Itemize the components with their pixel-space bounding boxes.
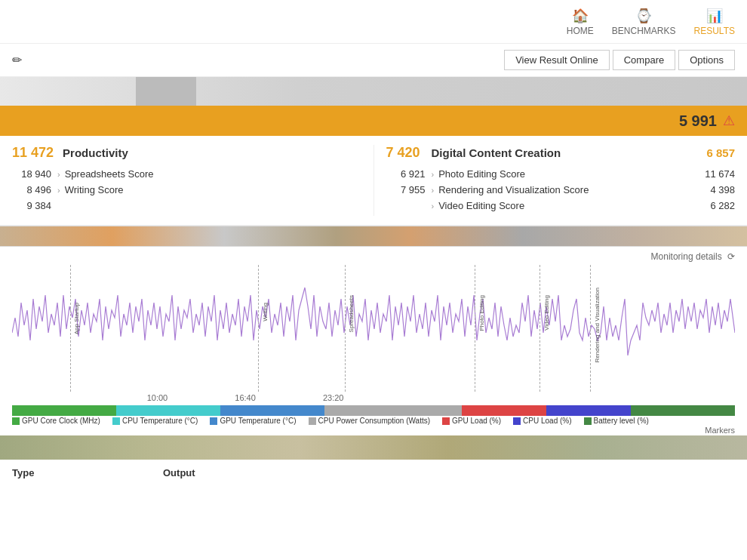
footer-type-header: Type bbox=[12, 467, 163, 478]
monitoring-header: Monitoring details ⟳ bbox=[12, 251, 735, 262]
video-value: 6 282 bbox=[710, 200, 735, 211]
monitoring-header-label[interactable]: Monitoring details bbox=[651, 251, 722, 262]
digital-title: Digital Content Creation bbox=[432, 146, 561, 159]
score-bar: 5 991 ⚠ bbox=[0, 106, 747, 136]
home-icon: 🏠 bbox=[572, 8, 589, 24]
photo-label: Photo Editing Score bbox=[438, 168, 525, 180]
nav-benchmarks[interactable]: ⌚ BENCHMARKS bbox=[612, 8, 676, 36]
photo-number: 6 921 bbox=[386, 168, 426, 180]
edit-icon: ✏ bbox=[12, 53, 22, 67]
chart-container: App Startup Writing Spreadsheets Photo E… bbox=[12, 265, 735, 392]
productivity-header: 11 472 Productivity bbox=[12, 145, 361, 161]
vline-app-startup bbox=[70, 265, 71, 392]
legend-dot-cpu-temp bbox=[112, 417, 120, 425]
nav-results[interactable]: 📊 RESULTS bbox=[694, 8, 735, 36]
video-chevron[interactable]: › bbox=[432, 202, 435, 211]
vline-spreadsheets bbox=[345, 265, 346, 392]
rendering-label: Rendering and Visualization Score bbox=[438, 184, 589, 195]
legend-text-cpu-temp: CPU Temperature (°C) bbox=[122, 417, 198, 425]
vline-label-writing: Writing bbox=[262, 303, 269, 322]
legend-text-gpu-core: GPU Core Clock (MHz) bbox=[22, 417, 100, 425]
spreadsheets-chevron[interactable]: › bbox=[57, 170, 60, 179]
legend-text-cpu-load: CPU Load (%) bbox=[523, 417, 571, 425]
score-row-extra: 9 384 bbox=[12, 200, 361, 211]
legend-battery: Battery level (%) bbox=[584, 417, 649, 425]
monitoring-section: Monitoring details ⟳ App Startup Writing… bbox=[0, 247, 747, 435]
total-score: 5 991 bbox=[679, 112, 717, 130]
legend-cpu-power: CPU Power Consumption (Watts) bbox=[309, 417, 431, 425]
digital-right-score: 6 857 bbox=[706, 146, 735, 159]
vline-writing bbox=[258, 265, 259, 392]
vline-video bbox=[540, 265, 540, 392]
photo-value: 11 674 bbox=[705, 168, 735, 180]
results-icon: 📊 bbox=[706, 8, 723, 24]
benchmarks-icon: ⌚ bbox=[635, 8, 652, 24]
video-label: Video Editing Score bbox=[438, 200, 524, 211]
monitoring-chart bbox=[12, 265, 735, 392]
legend-text-battery: Battery level (%) bbox=[594, 417, 649, 425]
image-strip-top bbox=[0, 77, 747, 106]
legend-cpu-load: CPU Load (%) bbox=[513, 417, 571, 425]
vline-label-video: Video Editing bbox=[543, 295, 550, 331]
legend-dot-cpu-load bbox=[513, 417, 521, 425]
scores-section: 11 472 Productivity 18 940 › Spreadsheet… bbox=[0, 136, 747, 226]
legend-bar-cpu-load bbox=[546, 405, 631, 416]
legend-dot-gpu-load bbox=[442, 417, 450, 425]
writing-number: 8 496 bbox=[12, 184, 51, 195]
markers-label: Markers bbox=[705, 426, 735, 435]
time-labels: 10:00 16:40 23:20 bbox=[12, 392, 735, 404]
nav-benchmarks-label: BENCHMARKS bbox=[612, 26, 676, 36]
digital-header: 7 420 Digital Content Creation 6 857 bbox=[386, 145, 736, 161]
writing-chevron[interactable]: › bbox=[57, 186, 60, 195]
legend-dot-battery bbox=[584, 417, 592, 425]
extra-number: 9 384 bbox=[12, 200, 51, 211]
score-row-photo: 6 921 › Photo Editing Score 11 674 bbox=[386, 168, 736, 180]
compare-button[interactable]: Compare bbox=[613, 50, 675, 70]
legend-gpu-temp: GPU Temperature (°C) bbox=[210, 417, 296, 425]
nav-home-label: HOME bbox=[567, 26, 594, 36]
vline-label-photo: Photo Editing bbox=[478, 295, 485, 331]
time-1640: 16:40 bbox=[230, 393, 260, 402]
footer-section: Type Output bbox=[0, 460, 747, 478]
score-row-writing: 8 496 › Writing Score bbox=[12, 184, 361, 195]
digital-col: 7 420 Digital Content Creation 6 857 6 9… bbox=[374, 145, 748, 216]
nav-home[interactable]: 🏠 HOME bbox=[567, 8, 594, 36]
legend-bar-gpu-load bbox=[462, 405, 546, 416]
monitoring-expand-icon[interactable]: ⟳ bbox=[727, 251, 735, 262]
options-button[interactable]: Options bbox=[678, 50, 735, 70]
legend-bars bbox=[12, 405, 735, 416]
vline-label-rendering: Rendering and Visualization bbox=[594, 288, 601, 362]
photo-chevron[interactable]: › bbox=[432, 170, 435, 179]
score-row-spreadsheets: 18 940 › Spreadsheets Score bbox=[12, 168, 361, 180]
productivity-title: Productivity bbox=[63, 146, 128, 159]
view-result-button[interactable]: View Result Online bbox=[504, 50, 610, 70]
spreadsheets-label: Spreadsheets Score bbox=[65, 168, 154, 180]
legend-cpu-temp: CPU Temperature (°C) bbox=[112, 417, 198, 425]
score-row-rendering: 7 955 › Rendering and Visualization Scor… bbox=[386, 184, 736, 195]
time-1000: 10:00 bbox=[142, 393, 172, 402]
vline-label-app-startup: App Startup bbox=[73, 303, 80, 334]
legend-dot-cpu-power bbox=[309, 417, 316, 425]
legend-text-cpu-power: CPU Power Consumption (Watts) bbox=[318, 417, 431, 425]
legend-dot-gpu-core bbox=[12, 417, 20, 425]
rendering-number: 7 955 bbox=[386, 184, 426, 195]
time-2320: 23:20 bbox=[318, 393, 349, 402]
legend-bar-cpu-power bbox=[324, 405, 461, 416]
legend-text-gpu-temp: GPU Temperature (°C) bbox=[220, 417, 296, 425]
digital-total: 7 420 bbox=[386, 145, 423, 161]
legend-gpu-load: GPU Load (%) bbox=[442, 417, 501, 425]
legend-bar-cpu-temp bbox=[116, 405, 220, 416]
vline-rendering bbox=[590, 265, 591, 392]
legend-gpu-core: GPU Core Clock (MHz) bbox=[12, 417, 100, 425]
rendering-chevron[interactable]: › bbox=[432, 186, 435, 195]
legend-text-gpu-load: GPU Load (%) bbox=[452, 417, 501, 425]
image-strip-mid bbox=[0, 226, 747, 247]
toolbar: ✏ View Result Online Compare Options bbox=[0, 44, 747, 77]
productivity-total: 11 472 bbox=[12, 145, 54, 161]
image-strip-bottom bbox=[0, 435, 747, 460]
legend-bar-battery bbox=[631, 405, 735, 416]
top-nav: 🏠 HOME ⌚ BENCHMARKS 📊 RESULTS bbox=[0, 0, 747, 44]
vline-label-spreadsheets: Spreadsheets bbox=[348, 295, 355, 332]
markers-row: Markers bbox=[12, 425, 735, 435]
productivity-col: 11 472 Productivity 18 940 › Spreadsheet… bbox=[0, 145, 374, 216]
